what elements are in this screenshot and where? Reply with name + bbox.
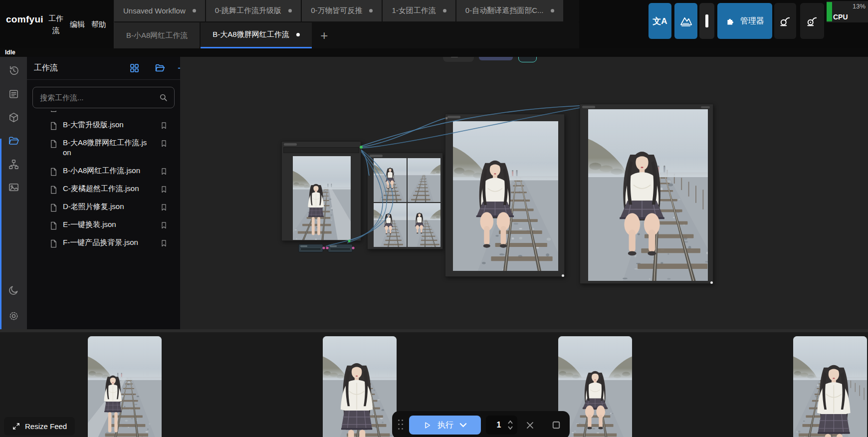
menu-workflow[interactable]: 工作流: [48, 0, 63, 48]
new-workflow-plus-icon[interactable]: [177, 63, 180, 73]
node-image: [374, 203, 407, 247]
resize-icon: [12, 422, 20, 431]
node-title-stub: [300, 245, 307, 247]
bookmark-icon[interactable]: [160, 239, 168, 247]
search-input[interactable]: [39, 93, 159, 102]
workspace-folder-dropdown[interactable]: [443, 57, 474, 62]
mountain-logo-button[interactable]: [674, 3, 697, 39]
manager-label: 管理器: [740, 16, 764, 26]
node-image: [453, 121, 558, 271]
node-templates-icon[interactable]: [8, 159, 19, 170]
batch-count-value: 1: [490, 421, 507, 430]
file-icon: [49, 203, 58, 213]
workflow-file-list: 网红工作流.jsonB-大雷升级版.jsonB-大A8微胖网红工作流.jsonB…: [27, 111, 180, 329]
model-library-icon[interactable]: [8, 112, 19, 123]
unsaved-dot: [288, 9, 292, 12]
manager-button[interactable]: 管理器: [717, 3, 772, 39]
workflow-file-item[interactable]: B-大雷升级版.json: [27, 116, 180, 134]
clear-queue-button[interactable]: [522, 418, 537, 433]
partial-icon-button[interactable]: [699, 3, 714, 39]
save-workflow-button[interactable]: [518, 57, 537, 62]
unsaved-dot: [551, 9, 554, 12]
workflow-tab[interactable]: B-大A8微胖网红工作流: [201, 22, 311, 48]
workflow-tab[interactable]: 0-自动翻译遮挡面部C...: [456, 0, 563, 21]
gallery-icon[interactable]: [8, 182, 19, 193]
resize-feed-button[interactable]: Resize Feed: [4, 417, 75, 436]
bookmark-icon[interactable]: [160, 167, 168, 176]
feed-thumbnail[interactable]: [323, 336, 397, 437]
save-floppy-icon: [523, 57, 532, 58]
collapsed-node-2[interactable]: [328, 244, 353, 252]
menu-edit[interactable]: 编辑: [70, 0, 85, 48]
workflow-search[interactable]: [32, 87, 175, 108]
browse-folder-icon[interactable]: [155, 63, 165, 73]
workflow-tab[interactable]: B-小A8网红工作流: [114, 22, 200, 48]
workflow-tab[interactable]: 1-女团工作流: [383, 0, 455, 21]
stop-button[interactable]: [549, 418, 564, 433]
workflow-file-item[interactable]: C-麦橘超然工作流.json: [27, 180, 180, 198]
translate-button[interactable]: 文A: [649, 3, 671, 39]
clean-vram-button[interactable]: [774, 3, 796, 39]
feed-thumbnail[interactable]: [793, 336, 867, 437]
drag-handle[interactable]: [398, 420, 404, 431]
bookmark-icon[interactable]: [160, 203, 168, 212]
node-title-stub: [447, 116, 460, 118]
grid-view-icon[interactable]: [129, 63, 140, 73]
play-icon: [423, 421, 432, 430]
tab-label: B-大A8微胖网红工作流: [213, 30, 289, 39]
menu-help[interactable]: 帮助: [91, 0, 106, 48]
clean-vram-all-button[interactable]: [800, 3, 824, 39]
workflow-tab[interactable]: Unsaved Workflow: [114, 0, 205, 21]
history-icon[interactable]: [8, 65, 19, 76]
workflow-tab[interactable]: 0-万物皆可反推: [302, 0, 382, 21]
tab-label: B-小A8网红工作流: [126, 31, 188, 40]
node-widget-stub[interactable]: [300, 247, 321, 251]
node-preview-3[interactable]: [580, 104, 713, 284]
new-tab-button[interactable]: +: [313, 22, 336, 48]
run-button[interactable]: 执行: [409, 416, 481, 435]
node-preview-1[interactable]: [281, 141, 361, 241]
workflow-file-item[interactable]: E-一键换装.json: [27, 216, 180, 233]
file-icon: [49, 139, 58, 149]
resize-handle[interactable]: [562, 274, 564, 277]
node-image: [408, 158, 440, 202]
file-icon: [49, 121, 58, 131]
models-button[interactable]: Models: [479, 57, 513, 60]
workflows-folder-icon[interactable]: [8, 135, 19, 147]
workflow-file-item[interactable]: B-小A8网红工作流.json: [27, 162, 180, 180]
resize-handle[interactable]: [710, 281, 713, 284]
queue-controls-bar: 执行 1: [392, 411, 570, 437]
node-image: [588, 109, 708, 281]
workflow-file-item[interactable]: 网红工作流.json: [27, 111, 180, 116]
panel-header: 工作流: [27, 57, 180, 80]
workflow-file-item[interactable]: B-大A8微胖网红工作流.json: [27, 134, 180, 162]
settings-gear-icon[interactable]: [8, 310, 19, 322]
bookmark-icon[interactable]: [160, 121, 168, 130]
graph-canvas[interactable]: Models: [180, 57, 868, 329]
node-buttons-stub[interactable]: [701, 106, 710, 108]
bookmark-icon[interactable]: [160, 139, 168, 148]
file-icon: [49, 185, 58, 195]
batch-count-input[interactable]: 1: [486, 416, 517, 435]
bookmark-icon[interactable]: [160, 111, 168, 112]
node-preview-2[interactable]: [445, 114, 565, 277]
workflow-file-item[interactable]: D-老照片修复.json: [27, 198, 180, 216]
bookmark-icon[interactable]: [160, 221, 168, 229]
collapsed-node-1[interactable]: [298, 244, 323, 252]
folder-icon: [449, 57, 459, 58]
status-bar: Idle: [0, 48, 868, 57]
workflow-file-item[interactable]: F-一键产品换背景.json: [27, 233, 180, 251]
node-preview-grid[interactable]: [367, 153, 443, 249]
workflow-tab[interactable]: 0-跳舞工作流升级版: [206, 0, 301, 21]
cpu-usage-bar: [827, 2, 832, 21]
feed-thumbnail[interactable]: [88, 336, 162, 437]
file-name: B-小A8网红工作流.json: [63, 166, 149, 176]
node-widget-stub[interactable]: [330, 247, 351, 251]
theme-moon-icon[interactable]: [8, 284, 19, 296]
file-icon: [49, 111, 58, 113]
bookmark-icon[interactable]: [160, 185, 168, 194]
node-widget-stub[interactable]: [283, 147, 359, 153]
batch-count-stepper[interactable]: [507, 420, 513, 430]
queue-icon[interactable]: [8, 88, 19, 100]
node-image: [374, 158, 407, 202]
